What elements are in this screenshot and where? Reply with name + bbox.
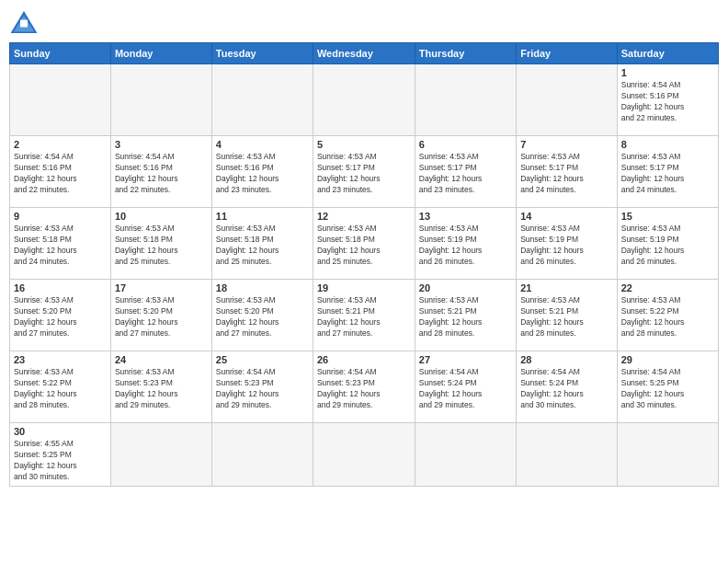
weekday-header-wednesday: Wednesday	[313, 43, 415, 64]
calendar-cell: 20Sunrise: 4:53 AM Sunset: 5:21 PM Dayli…	[415, 280, 516, 351]
calendar-cell: 3Sunrise: 4:54 AM Sunset: 5:16 PM Daylig…	[110, 136, 211, 208]
calendar-cell: 10Sunrise: 4:53 AM Sunset: 5:18 PM Dayli…	[110, 208, 211, 280]
day-info: Sunrise: 4:53 AM Sunset: 5:21 PM Dayligh…	[520, 295, 613, 339]
calendar-cell: 17Sunrise: 4:53 AM Sunset: 5:20 PM Dayli…	[110, 280, 211, 351]
day-info: Sunrise: 4:54 AM Sunset: 5:23 PM Dayligh…	[317, 367, 411, 411]
day-info: Sunrise: 4:53 AM Sunset: 5:21 PM Dayligh…	[317, 295, 411, 339]
calendar-week-3: 9Sunrise: 4:53 AM Sunset: 5:18 PM Daylig…	[10, 208, 719, 280]
calendar-week-1: 1Sunrise: 4:54 AM Sunset: 5:16 PM Daylig…	[10, 64, 719, 136]
calendar-body: 1Sunrise: 4:54 AM Sunset: 5:16 PM Daylig…	[10, 64, 719, 487]
calendar-cell	[415, 64, 516, 136]
day-number: 29	[621, 354, 714, 365]
day-number: 1	[621, 67, 714, 78]
day-number: 15	[621, 211, 714, 222]
calendar-cell: 23Sunrise: 4:53 AM Sunset: 5:22 PM Dayli…	[10, 351, 111, 423]
day-number: 10	[115, 211, 208, 222]
calendar-cell: 1Sunrise: 4:54 AM Sunset: 5:16 PM Daylig…	[617, 64, 718, 136]
calendar-week-6: 30Sunrise: 4:55 AM Sunset: 5:25 PM Dayli…	[10, 423, 719, 487]
day-info: Sunrise: 4:54 AM Sunset: 5:16 PM Dayligh…	[621, 80, 714, 124]
calendar-cell: 11Sunrise: 4:53 AM Sunset: 5:18 PM Dayli…	[211, 208, 313, 280]
day-number: 18	[216, 282, 309, 293]
weekday-header-friday: Friday	[517, 43, 618, 64]
calendar-cell: 19Sunrise: 4:53 AM Sunset: 5:21 PM Dayli…	[313, 280, 415, 351]
calendar-table: SundayMondayTuesdayWednesdayThursdayFrid…	[9, 42, 719, 487]
day-number: 7	[520, 139, 613, 150]
day-info: Sunrise: 4:53 AM Sunset: 5:22 PM Dayligh…	[14, 367, 107, 411]
calendar-cell: 5Sunrise: 4:53 AM Sunset: 5:17 PM Daylig…	[313, 136, 415, 208]
day-number: 28	[520, 354, 613, 365]
day-info: Sunrise: 4:55 AM Sunset: 5:25 PM Dayligh…	[14, 439, 107, 483]
calendar-cell: 22Sunrise: 4:53 AM Sunset: 5:22 PM Dayli…	[617, 280, 718, 351]
svg-rect-2	[20, 20, 28, 28]
day-info: Sunrise: 4:53 AM Sunset: 5:17 PM Dayligh…	[621, 152, 714, 196]
calendar-cell	[110, 423, 211, 487]
weekday-header-thursday: Thursday	[415, 43, 516, 64]
calendar-week-5: 23Sunrise: 4:53 AM Sunset: 5:22 PM Dayli…	[10, 351, 719, 423]
day-number: 17	[115, 282, 208, 293]
weekday-header-monday: Monday	[110, 43, 211, 64]
day-number: 13	[419, 211, 512, 222]
day-number: 8	[621, 139, 714, 150]
header	[9, 9, 719, 35]
day-info: Sunrise: 4:53 AM Sunset: 5:17 PM Dayligh…	[317, 152, 411, 196]
calendar-cell	[617, 423, 718, 487]
day-number: 5	[317, 139, 411, 150]
day-number: 14	[520, 211, 613, 222]
calendar-cell: 13Sunrise: 4:53 AM Sunset: 5:19 PM Dayli…	[415, 208, 516, 280]
day-info: Sunrise: 4:53 AM Sunset: 5:20 PM Dayligh…	[115, 295, 208, 339]
day-number: 4	[216, 139, 309, 150]
calendar-cell: 24Sunrise: 4:53 AM Sunset: 5:23 PM Dayli…	[110, 351, 211, 423]
day-info: Sunrise: 4:53 AM Sunset: 5:22 PM Dayligh…	[621, 295, 714, 339]
calendar-week-4: 16Sunrise: 4:53 AM Sunset: 5:20 PM Dayli…	[10, 280, 719, 351]
day-number: 25	[216, 354, 309, 365]
calendar-cell: 26Sunrise: 4:54 AM Sunset: 5:23 PM Dayli…	[313, 351, 415, 423]
calendar-cell: 6Sunrise: 4:53 AM Sunset: 5:17 PM Daylig…	[415, 136, 516, 208]
day-info: Sunrise: 4:53 AM Sunset: 5:18 PM Dayligh…	[317, 224, 411, 268]
day-info: Sunrise: 4:53 AM Sunset: 5:17 PM Dayligh…	[520, 152, 613, 196]
day-info: Sunrise: 4:53 AM Sunset: 5:17 PM Dayligh…	[419, 152, 512, 196]
calendar-cell: 9Sunrise: 4:53 AM Sunset: 5:18 PM Daylig…	[10, 208, 111, 280]
calendar-cell: 15Sunrise: 4:53 AM Sunset: 5:19 PM Dayli…	[617, 208, 718, 280]
day-number: 21	[520, 282, 613, 293]
calendar-cell: 4Sunrise: 4:53 AM Sunset: 5:16 PM Daylig…	[211, 136, 313, 208]
weekday-row: SundayMondayTuesdayWednesdayThursdayFrid…	[10, 43, 719, 64]
calendar-cell: 21Sunrise: 4:53 AM Sunset: 5:21 PM Dayli…	[517, 280, 618, 351]
logo	[9, 9, 42, 35]
calendar-cell: 29Sunrise: 4:54 AM Sunset: 5:25 PM Dayli…	[617, 351, 718, 423]
calendar-cell: 28Sunrise: 4:54 AM Sunset: 5:24 PM Dayli…	[517, 351, 618, 423]
day-number: 22	[621, 282, 714, 293]
day-info: Sunrise: 4:54 AM Sunset: 5:25 PM Dayligh…	[621, 367, 714, 411]
calendar-cell: 8Sunrise: 4:53 AM Sunset: 5:17 PM Daylig…	[617, 136, 718, 208]
day-number: 24	[115, 354, 208, 365]
calendar-cell	[313, 64, 415, 136]
day-info: Sunrise: 4:53 AM Sunset: 5:23 PM Dayligh…	[115, 367, 208, 411]
day-number: 30	[14, 426, 107, 437]
day-number: 23	[14, 354, 107, 365]
calendar-cell	[313, 423, 415, 487]
day-number: 16	[14, 282, 107, 293]
day-info: Sunrise: 4:53 AM Sunset: 5:18 PM Dayligh…	[115, 224, 208, 268]
calendar-cell	[211, 423, 313, 487]
calendar-cell: 30Sunrise: 4:55 AM Sunset: 5:25 PM Dayli…	[10, 423, 111, 487]
calendar-cell	[517, 64, 618, 136]
day-info: Sunrise: 4:54 AM Sunset: 5:23 PM Dayligh…	[216, 367, 309, 411]
day-number: 27	[419, 354, 512, 365]
day-info: Sunrise: 4:54 AM Sunset: 5:24 PM Dayligh…	[520, 367, 613, 411]
calendar-cell: 2Sunrise: 4:54 AM Sunset: 5:16 PM Daylig…	[10, 136, 111, 208]
day-number: 20	[419, 282, 512, 293]
calendar-header: SundayMondayTuesdayWednesdayThursdayFrid…	[10, 43, 719, 64]
calendar-cell: 18Sunrise: 4:53 AM Sunset: 5:20 PM Dayli…	[211, 280, 313, 351]
calendar-cell	[110, 64, 211, 136]
calendar-cell: 7Sunrise: 4:53 AM Sunset: 5:17 PM Daylig…	[517, 136, 618, 208]
day-number: 6	[419, 139, 512, 150]
day-info: Sunrise: 4:54 AM Sunset: 5:16 PM Dayligh…	[14, 152, 107, 196]
day-number: 3	[115, 139, 208, 150]
day-info: Sunrise: 4:53 AM Sunset: 5:19 PM Dayligh…	[621, 224, 714, 268]
weekday-header-sunday: Sunday	[10, 43, 111, 64]
day-info: Sunrise: 4:53 AM Sunset: 5:20 PM Dayligh…	[216, 295, 309, 339]
day-info: Sunrise: 4:53 AM Sunset: 5:16 PM Dayligh…	[216, 152, 309, 196]
calendar-cell: 12Sunrise: 4:53 AM Sunset: 5:18 PM Dayli…	[313, 208, 415, 280]
day-info: Sunrise: 4:53 AM Sunset: 5:19 PM Dayligh…	[520, 224, 613, 268]
calendar-week-2: 2Sunrise: 4:54 AM Sunset: 5:16 PM Daylig…	[10, 136, 719, 208]
calendar-cell	[211, 64, 313, 136]
